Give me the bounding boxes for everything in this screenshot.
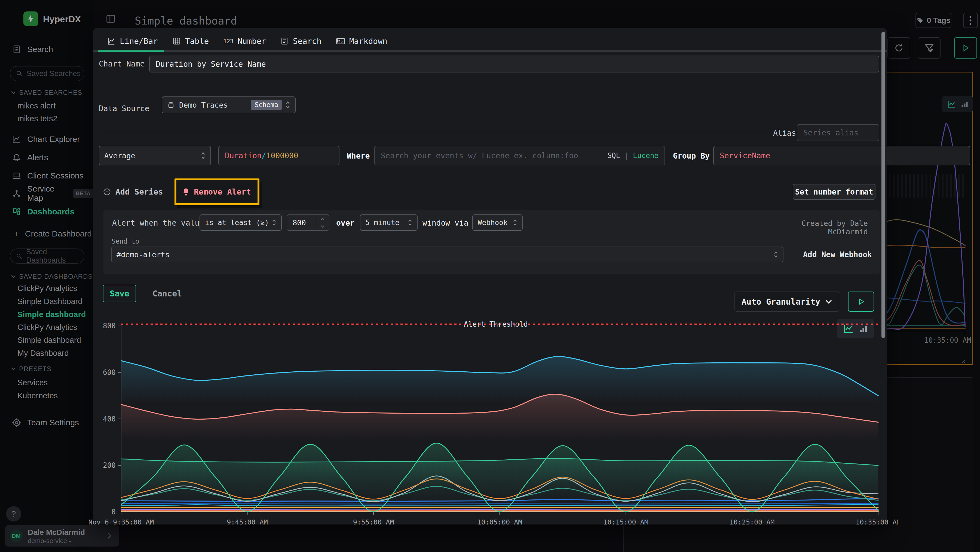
- group-by-label: Group By: [673, 152, 710, 161]
- tab-line-bar[interactable]: Line/Bar: [107, 37, 158, 46]
- select-chevrons-icon: [774, 251, 778, 258]
- threshold-number-input[interactable]: [287, 218, 316, 227]
- svg-text:200: 200: [103, 461, 116, 469]
- granularity-select[interactable]: Auto Granularity: [735, 292, 839, 312]
- svg-text:800: 800: [103, 322, 116, 330]
- field-expression-input[interactable]: Duration/1000000: [218, 146, 339, 165]
- save-button[interactable]: Save: [103, 285, 136, 302]
- svg-text:400: 400: [103, 415, 116, 423]
- number-stepper[interactable]: [316, 215, 329, 230]
- database-icon: [167, 101, 175, 109]
- schema-badge: Schema: [251, 100, 282, 110]
- select-chevrons-icon: [285, 101, 290, 109]
- window-via-label: window via: [423, 219, 468, 228]
- tab-search[interactable]: Search: [280, 37, 321, 46]
- line-chart-icon: [107, 37, 115, 45]
- alert-threshold-input: [286, 214, 329, 231]
- annotation-highlight-box: [175, 179, 259, 205]
- svg-text:10:35:00 AM: 10:35:00 AM: [856, 518, 898, 526]
- duration-line-chart: 0200400600800Nov 6 9:35:00 AM9:45:00 AM9…: [82, 313, 898, 531]
- cancel-button[interactable]: Cancel: [153, 289, 182, 298]
- svg-text:600: 600: [103, 369, 116, 377]
- stepper-down-icon[interactable]: [321, 225, 325, 228]
- svg-text:9:45:00 AM: 9:45:00 AM: [227, 518, 268, 526]
- alias-label: Alias: [773, 129, 796, 137]
- language-toggle[interactable]: SQL | Lucene: [607, 152, 659, 160]
- aggregation-select[interactable]: Average: [99, 146, 211, 165]
- webhook-select[interactable]: #demo-alerts: [111, 247, 783, 262]
- tab-underline-active: [98, 50, 164, 52]
- series-alias-placeholder: Series alias: [803, 128, 858, 137]
- alert-settings-panel: Alert when the value is at least (≥) ove…: [103, 211, 880, 274]
- run-chart-button[interactable]: [848, 292, 874, 312]
- over-label: over: [336, 219, 355, 228]
- add-series-button[interactable]: Add Series: [103, 183, 163, 201]
- select-chevrons-icon: [408, 219, 412, 226]
- tab-markdown[interactable]: Markdown: [336, 37, 387, 46]
- play-icon: [857, 298, 865, 305]
- tab-table[interactable]: Table: [173, 37, 209, 46]
- chevron-down-icon: [825, 300, 832, 304]
- stepper-up-icon[interactable]: [321, 217, 325, 220]
- alert-condition-select[interactable]: is at least (≥): [200, 214, 282, 231]
- edit-chart-modal: Line/Bar Table 123 Number Search Markdow…: [93, 28, 887, 525]
- tab-underline-track: [93, 50, 887, 52]
- modal-scrollbar[interactable]: [881, 32, 885, 338]
- svg-text:10:05:00 AM: 10:05:00 AM: [477, 518, 522, 526]
- markdown-icon: [336, 37, 345, 45]
- svg-text:10:15:00 AM: 10:15:00 AM: [603, 518, 648, 526]
- select-chevrons-icon: [513, 219, 517, 226]
- divider: [93, 93, 887, 93]
- field-token: Duration: [225, 151, 262, 160]
- svg-text:Nov 6 9:35:00 AM: Nov 6 9:35:00 AM: [89, 518, 154, 526]
- svg-text:10:25:00 AM: 10:25:00 AM: [730, 518, 775, 526]
- select-chevrons-icon: [200, 152, 205, 160]
- data-source-label: Data Source: [99, 104, 149, 113]
- alert-window-select[interactable]: 5 minute: [360, 214, 418, 231]
- where-placeholder: Search your events w/ Lucene ex. column:…: [381, 151, 578, 160]
- where-label: Where: [347, 152, 370, 161]
- series-alias-input[interactable]: Series alias: [797, 124, 879, 141]
- chart-name-input[interactable]: Duration by Service Name: [149, 56, 879, 72]
- tab-number[interactable]: 123 Number: [223, 37, 266, 46]
- set-number-format-button[interactable]: Set number format: [793, 184, 875, 200]
- svg-text:0: 0: [111, 508, 116, 516]
- created-by-label: Created by Dale McDiarmid: [767, 219, 868, 236]
- data-source-select[interactable]: Demo Traces Schema: [162, 96, 296, 113]
- select-chevrons-icon: [272, 219, 276, 226]
- alert-channel-select[interactable]: Webhook: [472, 214, 523, 231]
- denominator-token: 1000000: [266, 151, 298, 160]
- add-new-webhook-button[interactable]: Add New Webhook: [803, 250, 872, 259]
- divide-token: /: [262, 151, 266, 160]
- group-by-input[interactable]: ServiceName: [713, 146, 970, 165]
- svg-text:Alert Threshold: Alert Threshold: [464, 320, 528, 328]
- number-123-icon: 123: [223, 38, 233, 45]
- document-list-icon: [280, 37, 288, 45]
- table-icon: [173, 37, 181, 45]
- chart-name-label: Chart Name: [99, 59, 145, 69]
- group-by-token: ServiceName: [720, 151, 770, 160]
- circle-plus-icon: [103, 188, 111, 196]
- svg-text:9:55:00 AM: 9:55:00 AM: [353, 518, 394, 526]
- send-to-label: Send to: [111, 238, 139, 245]
- alert-lead-label: Alert when the value: [112, 219, 204, 228]
- where-search-input[interactable]: Search your events w/ Lucene ex. column:…: [374, 146, 665, 165]
